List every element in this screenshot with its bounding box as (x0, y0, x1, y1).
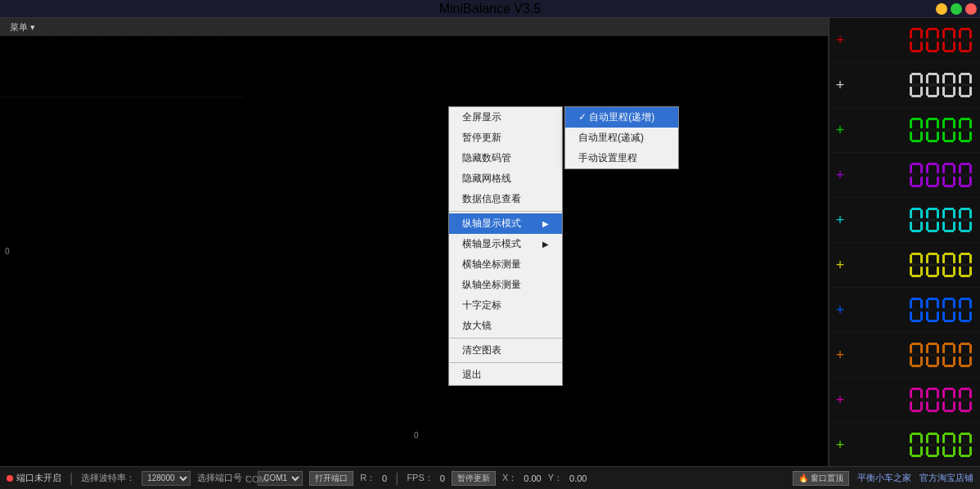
bot-seg (928, 95, 937, 97)
bot-seg (911, 410, 921, 412)
digit-row-1: + (829, 63, 980, 108)
bot-seg (960, 140, 970, 142)
digit-char (942, 207, 956, 233)
mid-seg (960, 129, 970, 132)
menu-item-main[interactable]: 菜单 ▾ (3, 20, 42, 35)
maximize-button[interactable] (951, 3, 962, 15)
y-axis-zero: 0 (5, 247, 10, 256)
digit-plus-sign[interactable]: + (833, 302, 847, 319)
digit-plus-sign[interactable]: + (833, 347, 847, 364)
digit-plus-sign[interactable]: + (833, 257, 847, 274)
digit-plus-sign[interactable]: + (833, 212, 847, 229)
open-port-button[interactable]: 打开端口 (309, 471, 353, 486)
digit-plus-sign[interactable]: + (833, 122, 847, 139)
mid-seg (944, 399, 954, 402)
tl-seg (942, 254, 945, 263)
digit-char (958, 342, 973, 368)
digit-char (925, 252, 940, 278)
ctx-fullscreen[interactable]: 全屏显示 (449, 107, 562, 128)
digit-char (925, 27, 940, 53)
ctx-h-measure[interactable]: 横轴坐标测量 (449, 254, 562, 275)
digit-plus-sign[interactable]: + (833, 77, 847, 94)
tr-seg (937, 74, 939, 83)
mid-seg (911, 39, 921, 42)
ctx-horizontal-mode[interactable]: 横轴显示模式 ▶ (449, 234, 562, 254)
ctx-data-info[interactable]: 数据信息查看 (449, 189, 562, 209)
window-top-button[interactable]: 🔥 窗口置顶 (793, 471, 849, 486)
digit-plus-sign[interactable]: + (833, 32, 847, 49)
ctx-magnifier[interactable]: 放大镜 (449, 316, 562, 336)
digit-display (847, 428, 977, 462)
mid-seg (944, 354, 954, 357)
submenu-item-0[interactable]: ✓ 自动里程(递增) (565, 107, 678, 128)
tr-seg (937, 164, 939, 173)
bot-seg (960, 185, 970, 187)
digit-plus-sign[interactable]: + (833, 437, 847, 454)
port-label: 选择端口号： (197, 472, 251, 484)
ctx-pause[interactable]: 暂停更新 (449, 128, 562, 148)
digit-char (909, 207, 924, 233)
tr-seg (953, 254, 955, 263)
mid-seg (928, 354, 937, 357)
digit-row-4: + (829, 198, 980, 243)
tl-seg (959, 164, 961, 173)
submenu-item-1[interactable]: 自动里程(递减) (565, 128, 678, 148)
ctx-vertical-mode[interactable]: 纵轴显示模式 ▶ (449, 213, 562, 234)
ctx-hide-grid[interactable]: 隐藏网格线 (449, 168, 562, 189)
tr-seg (953, 434, 955, 443)
x-axis-zero: 0 (414, 431, 419, 440)
tr-seg (969, 299, 972, 308)
digit-char (925, 72, 940, 98)
tl-seg (910, 344, 912, 353)
mid-seg (928, 174, 937, 177)
taobao-link[interactable]: 官方淘宝店铺 (919, 472, 973, 484)
digit-display (847, 338, 977, 372)
bot-seg (944, 230, 954, 232)
bot-seg (928, 230, 937, 232)
digit-display (847, 383, 977, 417)
ctx-arrow-horizontal: ▶ (542, 240, 549, 249)
mid-seg (928, 84, 937, 87)
mid-seg (944, 129, 954, 132)
tl-seg (942, 434, 945, 443)
baud-label: 选择波特率： (81, 472, 135, 484)
ctx-clear-chart[interactable]: 清空图表 (449, 340, 562, 361)
mid-seg (911, 399, 921, 402)
mid-seg (960, 399, 970, 402)
digit-char (909, 27, 924, 53)
pause-button[interactable]: 暂停更新 (452, 471, 496, 486)
submenu-item-2[interactable]: 手动设置里程 (565, 148, 678, 168)
ctx-hide-digits[interactable]: 隐藏数码管 (449, 148, 562, 168)
tl-seg (942, 164, 945, 173)
tr-seg (920, 434, 923, 443)
x-label: X： (502, 472, 517, 484)
bot-seg (944, 95, 954, 97)
digit-row-5: + (829, 243, 980, 288)
digit-char (925, 342, 940, 368)
ctx-sep-2 (449, 338, 562, 339)
balance-car-link[interactable]: 平衡小车之家 (857, 472, 911, 484)
ctx-crosshair[interactable]: 十字定标 (449, 295, 562, 316)
tr-seg (969, 389, 972, 398)
digit-row-9: + (829, 423, 980, 468)
tr-seg (937, 389, 939, 398)
tl-seg (910, 299, 912, 308)
bot-seg (911, 185, 921, 187)
ctx-v-measure[interactable]: 纵轴坐标测量 (449, 275, 562, 295)
tr-seg (953, 389, 955, 398)
minimize-button[interactable] (936, 3, 947, 15)
baud-select[interactable]: 128000 9600 115200 (142, 471, 191, 486)
digit-plus-sign[interactable]: + (833, 167, 847, 184)
tl-seg (959, 254, 961, 263)
digit-char (909, 387, 924, 413)
tr-seg (920, 209, 923, 218)
close-button[interactable] (965, 3, 977, 15)
y-value: 0.00 (569, 473, 587, 483)
mid-seg (911, 174, 921, 177)
mid-seg (960, 219, 970, 222)
digit-plus-sign[interactable]: + (833, 392, 847, 409)
bot-seg (944, 410, 954, 412)
digit-char (909, 162, 924, 188)
ctx-exit[interactable]: 退出 (449, 365, 562, 385)
tl-seg (910, 254, 912, 263)
